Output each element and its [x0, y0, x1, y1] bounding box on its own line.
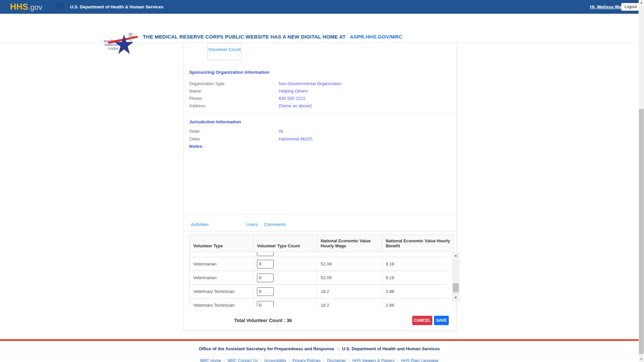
tab-strip: Activities Users Comments	[184, 218, 457, 231]
org-address-label: Address:	[189, 103, 206, 108]
volunteer-type-cell: Veterinarian	[190, 271, 254, 284]
notes-label: Notes:	[189, 144, 203, 149]
tab-users[interactable]: Users	[246, 218, 258, 231]
org-type-value: Non-Governmental Organization	[279, 81, 341, 86]
volunteer-count-input[interactable]	[257, 287, 274, 296]
table-scrollbar: ▲ ▼	[452, 252, 460, 301]
banner-message-text: THE MEDICAL RESERVE CORPS PUBLIC WEBSITE…	[143, 34, 345, 40]
hourly-benefit-cell: 2.86	[382, 285, 447, 298]
jurisdiction-section-title: Jurisdiction Information	[189, 119, 241, 124]
org-phone-label: Phone:	[189, 96, 203, 101]
sponsor-section-title: Sponsoring Organization Information	[189, 70, 269, 75]
footer-org-hhs: U.S. Department of Health and Human Serv…	[342, 346, 440, 351]
table-row: Veterinary Technician 18.2 2.86	[190, 285, 447, 299]
org-name-label: Name:	[189, 88, 202, 94]
column-header-volunteer-type: Volunteer Type	[190, 235, 254, 252]
table-scrollbar-thumb[interactable]	[453, 283, 459, 292]
save-button[interactable]: SAVE	[434, 316, 449, 325]
volunteer-count-input[interactable]	[257, 260, 274, 268]
hhs-gov-logo[interactable]: HHS.gov	[10, 2, 42, 12]
hourly-benefit-cell: 8.18	[382, 257, 447, 270]
footer-divider	[0, 354, 639, 354]
state-value: IN	[279, 129, 283, 134]
cities-label: Cities	[189, 136, 200, 141]
volunteer-count-input[interactable]	[257, 252, 274, 256]
hhs-logo-suffix: .gov	[28, 3, 42, 11]
banner-mrc-link[interactable]: ASPR.HHS.GOV/MRC	[350, 34, 402, 40]
total-volunteer-count: Total Volunteer Count : 36	[234, 318, 292, 323]
hourly-wage-cell: 18.2	[317, 299, 382, 307]
table-row: Veterinarian 52.09 8.18	[190, 271, 447, 285]
footer-link-accessibility[interactable]: Accessibility	[264, 358, 286, 362]
table-row-partial-top	[190, 252, 447, 257]
volunteer-count-input[interactable]	[257, 274, 274, 282]
hourly-wage-cell: 52.09	[317, 271, 382, 284]
cancel-button[interactable]: CANCEL	[412, 316, 432, 325]
volunteer-type-cell: Veterinary Technician	[190, 299, 254, 307]
footer-org-line: Office of the Assistant Secretary for Pr…	[0, 346, 639, 351]
org-phone-value: 630 555 2222	[279, 96, 306, 101]
browser-scrollbar: ▲ ▼	[639, 0, 644, 362]
footer-links: MRC Home|MRC Contact Us|Accessibility|Pr…	[0, 358, 639, 362]
department-title: U.S. Department of Health & Human Servic…	[70, 0, 163, 14]
user-greeting-link[interactable]: Hi, Melissa Watt	[590, 0, 624, 14]
tabs-top-divider	[184, 215, 457, 215]
footer-org-aspr: Office of the Assistant Secretary for Pr…	[199, 346, 334, 351]
volunteer-type-cell: Veterinary Technician	[190, 285, 254, 298]
footer-red-divider	[0, 339, 639, 341]
hourly-wage-cell: 52.09	[317, 257, 382, 270]
volunteer-table-header: Volunteer Type Volunteer Type Count Nati…	[190, 235, 454, 252]
table-scroll-down-arrow-icon[interactable]: ▼	[452, 294, 460, 301]
hourly-benefit-cell: 2.86	[382, 299, 447, 307]
banner-message: THE MEDICAL RESERVE CORPS PUBLIC WEBSITE…	[143, 34, 402, 40]
volunteer-count-input[interactable]	[257, 301, 274, 307]
table-row: Veterinarian 52.09 8.18	[190, 257, 447, 271]
footer-link-mrc-home[interactable]: MRC Home	[200, 358, 221, 362]
scrollbar-down-arrow-icon[interactable]: ▼	[639, 357, 644, 362]
hhs-eagle-icon	[44, 1, 65, 13]
section-divider	[189, 113, 452, 113]
footer-link-privacy[interactable]: Privacy Policies	[292, 358, 321, 362]
mrc-banner: medical reserve corps THE MEDICAL RESERV…	[0, 14, 639, 43]
hourly-wage-cell: 18.2	[317, 285, 382, 298]
page: HHS.gov U.S. Department of Health & Huma…	[0, 0, 639, 362]
hourly-benefit-cell: 8.18	[382, 271, 447, 284]
volunteer-type-cell: Veterinarian	[190, 257, 254, 270]
volunteer-table-body: Veterinarian 52.09 8.18 Veterinarian 52.…	[190, 252, 454, 307]
column-header-volunteer-type-count: Volunteer Type Count	[254, 235, 317, 252]
tab-comments[interactable]: Comments	[264, 218, 286, 231]
table-scroll-up-arrow-icon[interactable]: ▲	[452, 252, 460, 259]
scrollbar-up-arrow-icon[interactable]: ▲	[639, 0, 644, 5]
scrollbar-thumb[interactable]	[639, 109, 644, 354]
org-address-value: [Same as above]	[279, 103, 312, 108]
tab-activities[interactable]: Activities	[191, 218, 209, 231]
top-header-bar: HHS.gov U.S. Department of Health & Huma…	[0, 0, 639, 14]
tab-volunteer-count[interactable]: Volunteer Count	[207, 43, 241, 60]
footer-link-plain-language[interactable]: HHS Plain Language	[401, 358, 438, 362]
footer-link-disclaimer[interactable]: Disclaimer	[327, 358, 346, 362]
org-name-value: Helping Others	[279, 88, 308, 94]
logout-button[interactable]: Logout	[621, 3, 640, 11]
footer-link-viewers[interactable]: HHS Viewers & Players	[352, 358, 394, 362]
cities-value: Hammond 46320,	[279, 136, 313, 141]
mrc-star-logo-icon	[106, 32, 139, 56]
state-label: State:	[189, 129, 201, 134]
footer-link-mrc-contact[interactable]: MRC Contact Us	[227, 358, 258, 362]
org-type-label: Organization Type	[189, 81, 224, 86]
hhs-logo-primary: HHS	[10, 2, 28, 11]
column-header-nev-hourly-benefit: National Economic Value Hourly Benefit	[382, 235, 453, 252]
organization-detail-card: Sponsoring Organization Information Orga…	[183, 43, 457, 331]
table-row: Veterinary Technician 18.2 2.86	[190, 299, 447, 307]
column-header-nev-hourly-wage: National Economic Value Hourly Wage	[317, 235, 382, 252]
